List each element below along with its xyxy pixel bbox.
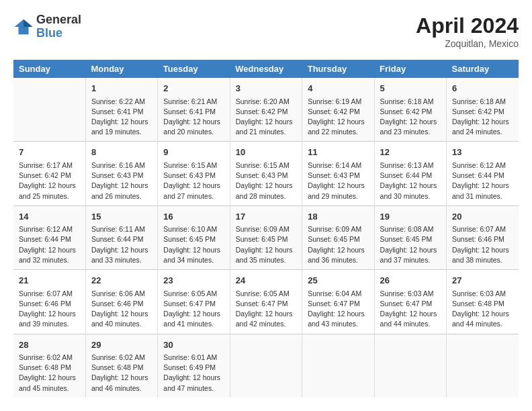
header-tuesday: Tuesday — [158, 60, 230, 78]
day-cell: 16Sunrise: 6:10 AMSunset: 6:45 PMDayligh… — [158, 205, 230, 269]
page-title: April 2024 — [416, 13, 519, 38]
header-saturday: Saturday — [447, 60, 519, 78]
calendar-header-row: SundayMondayTuesdayWednesdayThursdayFrid… — [13, 60, 519, 78]
page-header: General Blue April 2024 Zoquitlan, Mexic… — [13, 13, 519, 49]
day-cell: 21Sunrise: 6:07 AMSunset: 6:46 PMDayligh… — [13, 270, 85, 334]
day-cell: 15Sunrise: 6:11 AMSunset: 6:44 PMDayligh… — [85, 205, 157, 269]
logo-text: General Blue — [36, 13, 81, 40]
header-thursday: Thursday — [302, 60, 374, 78]
day-cell: 22Sunrise: 6:06 AMSunset: 6:46 PMDayligh… — [85, 270, 157, 334]
logo: General Blue — [13, 13, 81, 40]
day-info: Sunrise: 6:15 AMSunset: 6:43 PMDaylight:… — [163, 161, 224, 201]
day-number: 3 — [236, 82, 296, 95]
day-number: 8 — [91, 146, 152, 159]
day-info: Sunrise: 6:05 AMSunset: 6:47 PMDaylight:… — [236, 289, 296, 330]
day-number: 14 — [19, 210, 80, 224]
day-cell — [447, 334, 519, 398]
day-number: 23 — [163, 274, 224, 287]
day-cell: 25Sunrise: 6:04 AMSunset: 6:47 PMDayligh… — [302, 270, 374, 334]
day-number: 19 — [380, 210, 441, 224]
day-info: Sunrise: 6:01 AMSunset: 6:49 PMDaylight:… — [163, 353, 224, 394]
day-number: 12 — [380, 146, 441, 159]
day-number: 22 — [91, 274, 152, 287]
day-number: 20 — [452, 210, 513, 224]
day-number: 17 — [236, 210, 296, 224]
header-monday: Monday — [85, 60, 157, 78]
day-number: 15 — [91, 210, 152, 224]
day-number: 11 — [308, 146, 368, 159]
day-number: 4 — [308, 82, 368, 95]
logo-line2: Blue — [36, 27, 81, 40]
day-cell: 3Sunrise: 6:20 AMSunset: 6:42 PMDaylight… — [230, 78, 302, 142]
day-cell: 12Sunrise: 6:13 AMSunset: 6:44 PMDayligh… — [374, 142, 446, 205]
day-cell: 13Sunrise: 6:12 AMSunset: 6:44 PMDayligh… — [447, 142, 519, 205]
day-number: 7 — [19, 146, 80, 159]
day-info: Sunrise: 6:05 AMSunset: 6:47 PMDaylight:… — [163, 289, 224, 330]
day-info: Sunrise: 6:13 AMSunset: 6:44 PMDaylight:… — [380, 161, 441, 201]
day-cell: 27Sunrise: 6:03 AMSunset: 6:48 PMDayligh… — [447, 270, 519, 334]
day-info: Sunrise: 6:18 AMSunset: 6:42 PMDaylight:… — [452, 97, 513, 138]
day-info: Sunrise: 6:04 AMSunset: 6:47 PMDaylight:… — [308, 289, 368, 330]
day-info: Sunrise: 6:17 AMSunset: 6:42 PMDaylight:… — [19, 161, 80, 201]
day-info: Sunrise: 6:09 AMSunset: 6:45 PMDaylight:… — [236, 224, 296, 265]
day-cell: 2Sunrise: 6:21 AMSunset: 6:41 PMDaylight… — [158, 78, 230, 142]
day-number: 24 — [236, 274, 296, 287]
day-info: Sunrise: 6:02 AMSunset: 6:48 PMDaylight:… — [19, 353, 80, 394]
day-cell: 8Sunrise: 6:16 AMSunset: 6:43 PMDaylight… — [85, 142, 157, 205]
day-info: Sunrise: 6:14 AMSunset: 6:43 PMDaylight:… — [308, 161, 368, 201]
week-row-5: 28Sunrise: 6:02 AMSunset: 6:48 PMDayligh… — [13, 334, 519, 398]
day-info: Sunrise: 6:03 AMSunset: 6:48 PMDaylight:… — [452, 289, 513, 330]
logo-icon — [13, 17, 34, 37]
day-number: 30 — [163, 338, 224, 352]
day-info: Sunrise: 6:02 AMSunset: 6:48 PMDaylight:… — [91, 353, 152, 394]
day-info: Sunrise: 6:11 AMSunset: 6:44 PMDaylight:… — [91, 224, 152, 265]
day-cell: 17Sunrise: 6:09 AMSunset: 6:45 PMDayligh… — [230, 205, 302, 269]
day-info: Sunrise: 6:16 AMSunset: 6:43 PMDaylight:… — [91, 161, 152, 201]
day-cell: 9Sunrise: 6:15 AMSunset: 6:43 PMDaylight… — [158, 142, 230, 205]
day-cell: 4Sunrise: 6:19 AMSunset: 6:42 PMDaylight… — [302, 78, 374, 142]
title-block: April 2024 Zoquitlan, Mexico — [416, 13, 519, 49]
day-cell: 14Sunrise: 6:12 AMSunset: 6:44 PMDayligh… — [13, 205, 85, 269]
day-info: Sunrise: 6:07 AMSunset: 6:46 PMDaylight:… — [452, 224, 513, 265]
day-cell — [302, 334, 374, 398]
day-cell: 24Sunrise: 6:05 AMSunset: 6:47 PMDayligh… — [230, 270, 302, 334]
day-number: 13 — [452, 146, 513, 159]
week-row-4: 21Sunrise: 6:07 AMSunset: 6:46 PMDayligh… — [13, 270, 519, 334]
day-cell: 23Sunrise: 6:05 AMSunset: 6:47 PMDayligh… — [158, 270, 230, 334]
day-number: 6 — [452, 82, 513, 95]
day-cell — [230, 334, 302, 398]
day-cell: 5Sunrise: 6:18 AMSunset: 6:42 PMDaylight… — [374, 78, 446, 142]
week-row-2: 7Sunrise: 6:17 AMSunset: 6:42 PMDaylight… — [13, 142, 519, 205]
day-info: Sunrise: 6:08 AMSunset: 6:45 PMDaylight:… — [380, 224, 441, 265]
day-info: Sunrise: 6:07 AMSunset: 6:46 PMDaylight:… — [19, 289, 80, 330]
day-cell: 19Sunrise: 6:08 AMSunset: 6:45 PMDayligh… — [374, 205, 446, 269]
day-cell: 11Sunrise: 6:14 AMSunset: 6:43 PMDayligh… — [302, 142, 374, 205]
day-info: Sunrise: 6:21 AMSunset: 6:41 PMDaylight:… — [163, 97, 224, 138]
logo-line1: General — [36, 13, 81, 27]
day-cell: 6Sunrise: 6:18 AMSunset: 6:42 PMDaylight… — [447, 78, 519, 142]
day-info: Sunrise: 6:20 AMSunset: 6:42 PMDaylight:… — [236, 97, 296, 138]
day-info: Sunrise: 6:12 AMSunset: 6:44 PMDaylight:… — [19, 224, 80, 265]
calendar-table: SundayMondayTuesdayWednesdayThursdayFrid… — [13, 60, 519, 398]
day-number: 16 — [163, 210, 224, 224]
day-cell: 1Sunrise: 6:22 AMSunset: 6:41 PMDaylight… — [85, 78, 157, 142]
day-info: Sunrise: 6:19 AMSunset: 6:42 PMDaylight:… — [308, 97, 368, 138]
day-cell: 30Sunrise: 6:01 AMSunset: 6:49 PMDayligh… — [158, 334, 230, 398]
day-number: 9 — [163, 146, 224, 159]
day-number: 28 — [19, 338, 80, 352]
day-cell: 7Sunrise: 6:17 AMSunset: 6:42 PMDaylight… — [13, 142, 85, 205]
day-cell: 29Sunrise: 6:02 AMSunset: 6:48 PMDayligh… — [85, 334, 157, 398]
day-number: 27 — [452, 274, 513, 287]
day-number: 29 — [91, 338, 152, 352]
day-number: 25 — [308, 274, 368, 287]
week-row-3: 14Sunrise: 6:12 AMSunset: 6:44 PMDayligh… — [13, 205, 519, 269]
header-wednesday: Wednesday — [230, 60, 302, 78]
day-cell — [374, 334, 446, 398]
day-number: 18 — [308, 210, 368, 224]
day-info: Sunrise: 6:15 AMSunset: 6:43 PMDaylight:… — [236, 161, 296, 201]
day-cell: 20Sunrise: 6:07 AMSunset: 6:46 PMDayligh… — [447, 205, 519, 269]
day-number: 10 — [236, 146, 296, 159]
header-friday: Friday — [374, 60, 446, 78]
header-sunday: Sunday — [13, 60, 85, 78]
day-number: 26 — [380, 274, 441, 287]
